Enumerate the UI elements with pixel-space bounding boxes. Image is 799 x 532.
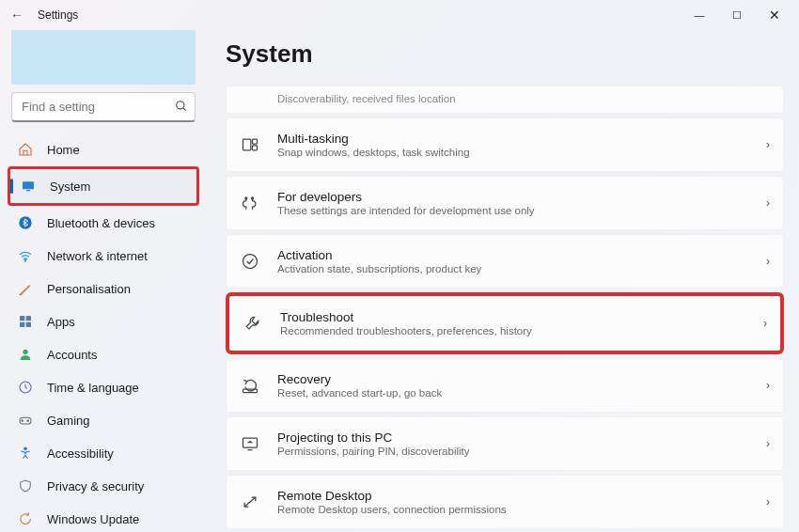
nav-list: Home System Bluetooth & devices Network … (8, 133, 199, 532)
card-title: Troubleshoot (280, 310, 763, 324)
card-title: Remote Desktop (277, 489, 766, 503)
card-sub: These settings are intended for developm… (277, 205, 766, 216)
card-sub: Discoverability, received files location (277, 93, 456, 104)
recovery-icon (240, 375, 260, 396)
card-sub: Activation state, subscriptions, product… (277, 263, 766, 274)
svg-point-13 (27, 420, 28, 421)
search-icon (175, 100, 188, 113)
chevron-right-icon: › (763, 317, 767, 330)
nav-label: Network & internet (47, 249, 148, 263)
page-heading: System (226, 39, 786, 69)
chevron-right-icon: › (766, 437, 770, 450)
card-title: Activation (277, 248, 766, 262)
nav-gaming[interactable]: Gaming (8, 404, 199, 436)
maximize-button[interactable]: ☐ (718, 9, 756, 22)
main-content: System Discoverability, received files l… (207, 30, 799, 532)
card-projecting[interactable]: Projecting to this PCPermissions, pairin… (226, 416, 784, 471)
svg-rect-7 (26, 316, 31, 321)
nav-apps[interactable]: Apps (8, 305, 199, 337)
accessibility-icon (17, 445, 34, 462)
gaming-icon (17, 412, 34, 429)
svg-point-20 (243, 255, 258, 269)
nav-label: Home (47, 143, 80, 157)
svg-point-14 (24, 447, 27, 450)
nav-personalisation[interactable]: Personalisation (8, 273, 199, 305)
nav-label: Accessibility (47, 446, 114, 461)
card-title: For developers (277, 190, 766, 204)
multitasking-icon (240, 134, 260, 155)
svg-rect-8 (20, 322, 24, 327)
svg-point-10 (23, 350, 27, 354)
card-remote[interactable]: Remote DesktopRemote Desktop users, conn… (226, 475, 784, 529)
bluetooth-icon (17, 214, 34, 231)
card-sub: Snap windows, desktops, task switching (277, 147, 766, 158)
nav-bluetooth[interactable]: Bluetooth & devices (8, 207, 199, 239)
nav-label: System (50, 180, 90, 194)
card-multitasking[interactable]: Multi-taskingSnap windows, desktops, tas… (226, 117, 784, 172)
activation-icon (240, 251, 260, 272)
chevron-right-icon: › (766, 255, 770, 268)
card-activation[interactable]: ActivationActivation state, subscription… (226, 234, 784, 289)
privacy-icon (17, 477, 34, 494)
projecting-icon (240, 433, 260, 454)
window-title: Settings (38, 8, 78, 22)
nav-label: Privacy & security (47, 479, 144, 493)
svg-point-0 (177, 102, 184, 109)
system-icon (20, 178, 37, 195)
profile-card[interactable] (11, 30, 196, 85)
personalisation-icon (17, 280, 34, 297)
nav-label: Gaming (47, 414, 90, 428)
nav-home[interactable]: Home (8, 133, 199, 165)
accounts-icon (17, 346, 34, 363)
home-icon (17, 141, 34, 158)
nav-network[interactable]: Network & internet (8, 240, 199, 272)
nav-label: Apps (47, 315, 75, 329)
nav-system[interactable]: System (10, 170, 196, 202)
svg-rect-6 (20, 316, 24, 321)
title-bar: ← Settings — ☐ ✕ (0, 0, 799, 30)
nav-label: Bluetooth & devices (47, 216, 155, 230)
card-troubleshoot[interactable]: TroubleshootRecommended troubleshooters,… (229, 296, 780, 351)
update-icon (17, 510, 34, 527)
chevron-right-icon: › (766, 196, 770, 210)
svg-rect-3 (26, 190, 30, 191)
network-icon (17, 247, 34, 264)
nav-update[interactable]: Windows Update (8, 503, 199, 532)
time-icon (17, 379, 34, 396)
nav-privacy[interactable]: Privacy & security (8, 470, 199, 502)
sidebar: Home System Bluetooth & devices Network … (0, 30, 207, 532)
nav-time[interactable]: Time & language (8, 371, 199, 403)
svg-rect-9 (26, 322, 31, 327)
card-developers[interactable]: For developersThese settings are intende… (226, 176, 784, 230)
card-sub: Permissions, pairing PIN, discoverabilit… (277, 446, 766, 457)
card-title: Recovery (277, 372, 766, 386)
card-title: Projecting to this PC (277, 430, 766, 445)
card-recovery[interactable]: RecoveryReset, advanced start-up, go bac… (226, 358, 784, 413)
remote-icon (240, 492, 260, 512)
card-nearby-trimmed[interactable]: Discoverability, received files location (226, 86, 784, 114)
nav-label: Windows Update (47, 512, 139, 526)
card-sub: Remote Desktop users, connection permiss… (277, 504, 766, 515)
nav-accounts[interactable]: Accounts (8, 338, 199, 370)
nav-label: Personalisation (47, 282, 131, 296)
card-sub: Reset, advanced start-up, go back (277, 387, 766, 399)
svg-point-5 (24, 260, 25, 261)
back-button[interactable]: ← (6, 8, 28, 23)
settings-list[interactable]: Discoverability, received files location… (226, 86, 786, 532)
search-input[interactable] (11, 92, 196, 122)
troubleshoot-icon (243, 313, 263, 334)
apps-icon (17, 313, 34, 330)
close-button[interactable]: ✕ (756, 8, 793, 23)
svg-rect-17 (253, 146, 258, 150)
nav-label: Accounts (47, 348, 97, 362)
developers-icon (240, 193, 260, 213)
nav-accessibility[interactable]: Accessibility (8, 437, 199, 469)
card-title: Multi-tasking (277, 132, 766, 146)
svg-rect-2 (23, 181, 34, 189)
svg-rect-15 (243, 139, 251, 150)
chevron-right-icon: › (766, 138, 770, 151)
svg-rect-16 (253, 139, 258, 144)
chevron-right-icon: › (766, 495, 770, 509)
svg-line-1 (183, 108, 186, 111)
minimize-button[interactable]: — (681, 9, 718, 21)
